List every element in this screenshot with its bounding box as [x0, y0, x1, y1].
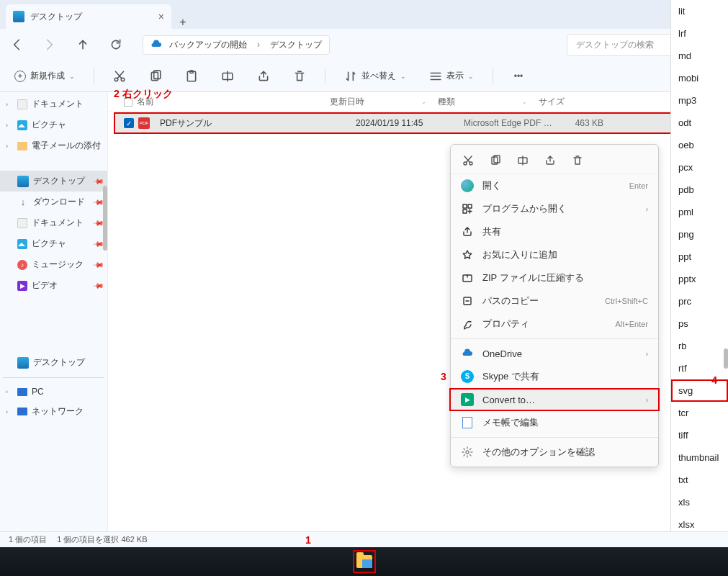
tab-desktop[interactable]: デスクトップ × [6, 4, 171, 29]
format-pcx[interactable]: pcx [671, 156, 728, 179]
sidebar-item-pc[interactable]: ›PC [0, 382, 107, 401]
expand-icon[interactable]: › [6, 143, 13, 150]
checkbox-checked-icon[interactable]: ✓ [124, 118, 134, 128]
ctx-openwith[interactable]: プログラムから開く› [451, 197, 658, 220]
ctx-notepad[interactable]: メモ帳で編集 [451, 411, 658, 434]
format-oeb[interactable]: oeb [671, 134, 728, 156]
new-tab-button[interactable]: + [171, 16, 194, 29]
annotation-3: 3 [441, 371, 446, 382]
format-prc[interactable]: prc [671, 290, 728, 312]
format-mobi[interactable]: mobi [671, 67, 728, 89]
ctx-favorite[interactable]: お気に入りに追加 [451, 243, 658, 266]
format-lrf[interactable]: lrf [671, 22, 728, 45]
chevron-down-icon: ⌄ [69, 73, 75, 80]
format-tcr[interactable]: tcr [671, 402, 728, 424]
format-xls[interactable]: xls [671, 491, 728, 513]
scrollbar[interactable] [103, 186, 107, 251]
pin-icon[interactable]: 📌 [93, 175, 104, 186]
sidebar-item-doc[interactable]: ドキュメント📌 [0, 212, 107, 233]
copy-button[interactable] [488, 153, 503, 168]
close-icon[interactable]: × [158, 11, 164, 22]
ctx-share[interactable]: 共有 [451, 220, 658, 243]
view-button[interactable]: 表示 ⌄ [425, 67, 478, 86]
chevron-down-icon[interactable]: ⌄ [421, 99, 426, 105]
chevron-down-icon[interactable]: ⌄ [522, 99, 527, 105]
folder-icon [356, 555, 372, 568]
share-button[interactable] [253, 67, 274, 86]
ctx-properties[interactable]: プロパティAlt+Enter [451, 312, 658, 336]
format-svg[interactable]: svg [671, 379, 728, 402]
pin-icon[interactable]: 📌 [93, 279, 104, 291]
ctx-zip[interactable]: ZIP ファイルに圧縮する [451, 266, 658, 289]
rename-button[interactable] [217, 67, 238, 86]
pin-icon[interactable]: 📌 [93, 258, 104, 270]
format-rb[interactable]: rb [671, 335, 728, 357]
net-icon [17, 408, 27, 415]
format-lit[interactable]: lit [671, 0, 728, 22]
paste-button[interactable] [181, 67, 202, 86]
cut-button[interactable] [109, 67, 130, 86]
new-button[interactable]: + 新規作成 ⌄ [10, 67, 79, 85]
ctx-onedrive[interactable]: OneDrive› [451, 342, 658, 365]
ctx-moreoptions[interactable]: その他のオプションを確認 [451, 441, 658, 464]
sidebar-item-music[interactable]: ♪ミュージック📌 [0, 254, 107, 275]
sidebar-item-doc[interactable]: ›ドキュメント [0, 94, 107, 114]
expand-icon[interactable]: › [6, 388, 13, 395]
sidebar-item-dl[interactable]: ↓ダウンロード📌 [0, 192, 107, 212]
rename-button[interactable] [516, 153, 530, 168]
plus-icon: + [14, 71, 26, 82]
ctx-label: プロパティ [482, 318, 529, 330]
cloud-icon [150, 39, 162, 50]
delete-button[interactable] [289, 67, 310, 86]
ctx-open[interactable]: 開くEnter [451, 174, 658, 197]
refresh-button[interactable] [109, 38, 122, 51]
cut-button[interactable] [461, 153, 475, 168]
col-size[interactable]: サイズ [533, 96, 590, 108]
breadcrumb-backup[interactable]: バックアップの開始 [169, 39, 247, 51]
forward-button[interactable] [43, 38, 56, 51]
share-button[interactable] [543, 153, 557, 168]
format-mp3[interactable]: mp3 [671, 89, 728, 112]
more-button[interactable]: ••• [508, 67, 529, 86]
format-rtf[interactable]: rtf [671, 357, 728, 379]
format-pdb[interactable]: pdb [671, 179, 728, 201]
sidebar-item-video[interactable]: ▶ビデオ📌 [0, 275, 107, 296]
sidebar-item-pic[interactable]: ›ピクチャ [0, 114, 107, 135]
doc-icon [17, 218, 27, 228]
ctx-copypath[interactable]: パスのコピーCtrl+Shift+C [451, 289, 658, 312]
format-txt[interactable]: txt [671, 469, 728, 491]
sidebar-item-desktop[interactable]: デスクトップ [0, 352, 107, 373]
expand-icon[interactable]: › [6, 122, 13, 129]
format-thumbnail[interactable]: thumbnail [671, 446, 728, 469]
expand-icon[interactable]: › [6, 101, 13, 108]
sidebar-item-net[interactable]: ›ネットワーク [0, 401, 107, 422]
ctx-convert[interactable]: ▶Convert to…› [449, 388, 660, 411]
expand-icon[interactable]: › [6, 408, 13, 415]
format-odt[interactable]: odt [671, 112, 728, 134]
up-button[interactable] [76, 38, 89, 51]
explorer-taskbar-button[interactable] [353, 550, 376, 573]
pdf-icon: PDF [138, 117, 150, 129]
format-pptx[interactable]: pptx [671, 268, 728, 290]
format-ps[interactable]: ps [671, 312, 728, 335]
ctx-skype[interactable]: SSkype で共有 [451, 365, 658, 388]
breadcrumb-location[interactable]: デスクトップ [270, 39, 322, 51]
copy-button[interactable] [145, 67, 166, 86]
sidebar-item-mail[interactable]: ›電子メールの添付 [0, 135, 107, 156]
scrollbar[interactable] [724, 348, 728, 369]
col-date[interactable]: 更新日時⌄ [324, 96, 432, 108]
format-tiff[interactable]: tiff [671, 424, 728, 446]
video-icon: ▶ [17, 281, 27, 291]
file-row[interactable]: ✓ PDF PDFサンプル 2024/01/19 11:45 Microsoft… [114, 112, 725, 134]
format-png[interactable]: png [671, 223, 728, 246]
format-md[interactable]: md [671, 45, 728, 67]
sidebar-item-desktop[interactable]: デスクトップ📌 [0, 171, 107, 192]
sidebar-item-pic[interactable]: ピクチャ📌 [0, 233, 107, 254]
sort-button[interactable]: 並べ替え ⌄ [340, 67, 410, 86]
breadcrumb[interactable]: バックアップの開始 › デスクトップ [143, 35, 330, 55]
back-button[interactable] [10, 38, 23, 51]
delete-button[interactable] [570, 153, 585, 168]
col-type[interactable]: 種類⌄ [432, 96, 533, 108]
format-pml[interactable]: pml [671, 201, 728, 223]
format-ppt[interactable]: ppt [671, 246, 728, 268]
